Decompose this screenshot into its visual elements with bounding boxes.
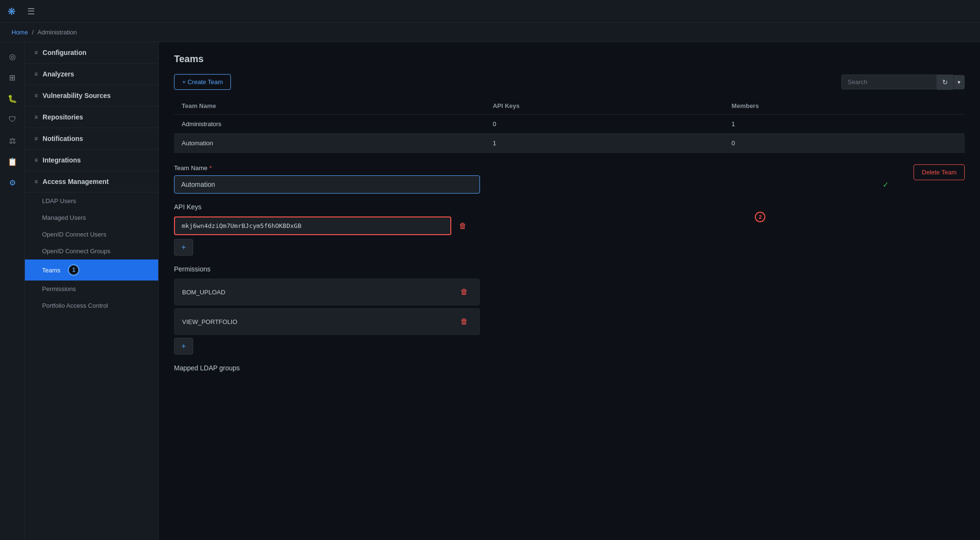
sidebar-section-label: Notifications <box>43 135 83 142</box>
nav-scale[interactable]: ⚖ <box>4 132 21 149</box>
menu-lines-icon: ≡ <box>34 114 38 120</box>
api-keys-section: API Keys 2 🗑 ＋ <box>174 203 894 256</box>
sidebar-section-vulnerability-sources[interactable]: ≡ Vulnerability Sources <box>25 85 158 107</box>
col-api-keys: API Keys <box>485 97 724 115</box>
search-group: ↻ ▾ <box>841 75 965 90</box>
page-title: Teams <box>174 54 965 65</box>
sidebar-item-portfolio-access-control[interactable]: Portfolio Access Control <box>25 297 158 314</box>
sidebar-section-label: Integrations <box>43 156 81 164</box>
api-keys-label: API Keys <box>174 203 894 211</box>
sidebar-section-analyzers[interactable]: ≡ Analyzers <box>25 64 158 85</box>
delete-api-key-button[interactable]: 🗑 <box>455 218 470 234</box>
add-permission-button[interactable]: ＋ <box>174 338 193 355</box>
nav-bug[interactable]: 🐛 <box>4 90 21 107</box>
team-name-label: Team Name * <box>174 164 894 172</box>
mapped-ldap-label: Mapped LDAP groups <box>174 364 894 372</box>
breadcrumb-home[interactable]: Home <box>11 29 28 36</box>
teams-active-badge: 1 <box>68 264 79 276</box>
app-logo: ❋ <box>8 6 16 17</box>
menu-lines-icon: ≡ <box>34 92 38 99</box>
permission-name: VIEW_PORTFOLIO <box>182 318 237 325</box>
sidebar-section-label: Access Management <box>43 178 109 185</box>
toolbar: + Create Team ↻ ▾ <box>174 74 965 90</box>
check-icon: ✓ <box>882 180 889 189</box>
dropdown-button[interactable]: ▾ <box>953 75 965 89</box>
nav-gear[interactable]: ⚙ <box>4 174 21 191</box>
api-key-badge: 2 <box>755 212 765 222</box>
permission-row: BOM_UPLOAD 🗑 <box>174 279 480 305</box>
menu-toggle[interactable]: ☰ <box>27 6 35 17</box>
search-input[interactable] <box>841 75 937 89</box>
team-name-cell: Automation <box>174 134 485 153</box>
form-left: Team Name * ✓ API Keys 2 🗑 <box>174 164 894 381</box>
team-name-input[interactable] <box>174 175 480 194</box>
sidebar-item-managed-users[interactable]: Managed Users <box>25 209 158 226</box>
add-api-key-button[interactable]: ＋ <box>174 239 193 256</box>
sidebar-section-integrations[interactable]: ≡ Integrations <box>25 150 158 171</box>
sidebar-section-configuration[interactable]: ≡ Configuration <box>25 42 158 64</box>
api-keys-cell: 1 <box>485 134 724 153</box>
sidebar-section-label: Vulnerability Sources <box>43 92 111 99</box>
menu-lines-icon: ≡ <box>34 49 38 56</box>
main-layout: ◎ ⊞ 🐛 🛡 ⚖ 📋 ⚙ ≡ Configuration ≡ Analyzer… <box>0 42 980 540</box>
table-row[interactable]: Administrators 0 1 <box>174 115 965 134</box>
icon-rail: ◎ ⊞ 🐛 🛡 ⚖ 📋 ⚙ <box>0 42 25 540</box>
nav-shield[interactable]: 🛡 <box>4 111 21 128</box>
form-header: Team Name * ✓ API Keys 2 🗑 <box>174 164 965 381</box>
sidebar-section-notifications[interactable]: ≡ Notifications <box>25 128 158 150</box>
content-area: Teams + Create Team ↻ ▾ Team Name API Ke… <box>159 42 980 540</box>
permissions-section: Permissions BOM_UPLOAD 🗑 VIEW_PORTFOLIO … <box>174 265 894 355</box>
api-key-row: 2 🗑 <box>174 216 894 235</box>
delete-permission-button[interactable]: 🗑 <box>457 313 472 330</box>
sidebar-section-label: Configuration <box>43 49 87 56</box>
refresh-button[interactable]: ↻ <box>937 75 953 90</box>
delete-team-wrapper: Delete Team <box>914 164 965 180</box>
breadcrumb-separator: / <box>32 29 34 36</box>
nav-dashboard[interactable]: ◎ <box>4 48 21 65</box>
delete-team-button[interactable]: Delete Team <box>914 164 965 180</box>
sidebar-item-teams-label: Teams <box>42 267 60 274</box>
members-cell: 0 <box>724 134 965 153</box>
sidebar-section-repositories[interactable]: ≡ Repositories <box>25 107 158 128</box>
table-row[interactable]: Automation 1 0 <box>174 134 965 153</box>
topbar: ❋ ☰ <box>0 0 980 23</box>
menu-lines-icon: ≡ <box>34 71 38 77</box>
team-name-cell: Administrators <box>174 115 485 134</box>
required-indicator: * <box>209 164 212 172</box>
sidebar-section-label: Repositories <box>43 113 83 121</box>
api-keys-cell: 0 <box>485 115 724 134</box>
nav-hierarchy[interactable]: ⊞ <box>4 69 21 86</box>
sidebar-item-openid-connect-users[interactable]: OpenID Connect Users <box>25 226 158 243</box>
members-cell: 1 <box>724 115 965 134</box>
team-name-section: Team Name * ✓ <box>174 164 894 194</box>
api-key-input[interactable] <box>174 216 451 235</box>
col-team-name: Team Name <box>174 97 485 115</box>
breadcrumb: Home / Administration <box>0 23 980 42</box>
create-team-button[interactable]: + Create Team <box>174 74 231 90</box>
mapped-ldap-section: Mapped LDAP groups <box>174 364 894 372</box>
menu-lines-icon: ≡ <box>34 135 38 142</box>
nav-document[interactable]: 📋 <box>4 153 21 170</box>
menu-lines-icon: ≡ <box>34 178 38 185</box>
sidebar-item-ldap-users[interactable]: LDAP Users <box>25 193 158 209</box>
delete-permission-button[interactable]: 🗑 <box>457 284 472 300</box>
permission-row: VIEW_PORTFOLIO 🗑 <box>174 308 480 335</box>
sidebar-item-permissions[interactable]: Permissions <box>25 281 158 297</box>
sidebar-item-teams[interactable]: Teams 1 <box>25 259 158 281</box>
sidebar-item-openid-connect-groups[interactable]: OpenID Connect Groups <box>25 243 158 259</box>
permission-name: BOM_UPLOAD <box>182 289 225 296</box>
menu-lines-icon: ≡ <box>34 157 38 163</box>
sidebar-section-access-management[interactable]: ≡ Access Management <box>25 171 158 193</box>
team-name-input-wrapper: ✓ <box>174 175 894 194</box>
breadcrumb-current: Administration <box>37 29 76 36</box>
col-members: Members <box>724 97 965 115</box>
sidebar: ≡ Configuration ≡ Analyzers ≡ Vulnerabil… <box>25 42 159 540</box>
permissions-label: Permissions <box>174 265 894 273</box>
teams-table: Team Name API Keys Members Administrator… <box>174 97 965 153</box>
sidebar-section-label: Analyzers <box>43 70 74 78</box>
